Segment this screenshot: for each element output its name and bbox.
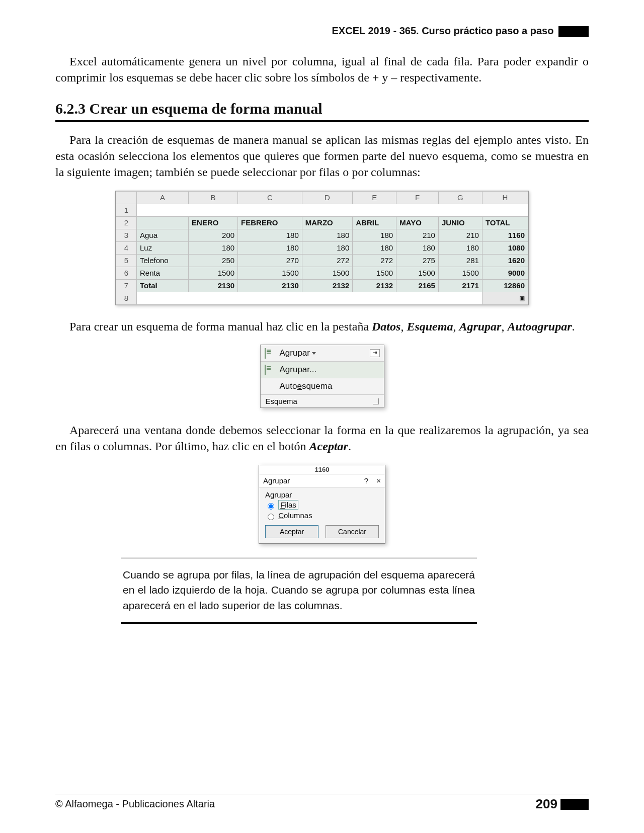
col-G: G (438, 191, 482, 204)
help-icon[interactable]: ? (364, 476, 368, 485)
section-rule (55, 120, 589, 122)
cell: 180 (353, 241, 396, 254)
cell-total: 9000 (482, 267, 528, 279)
menu-top-label: Agrupar (280, 348, 310, 358)
row-7: 7 (116, 279, 137, 292)
cell: 180 (396, 241, 439, 254)
cell: 1500 (396, 267, 439, 279)
cell: 2132 (302, 279, 353, 292)
intro-paragraph: Excel automáticamente genera un nivel po… (55, 53, 589, 86)
paragraph-3: Para crear un esquema de forma manual ha… (55, 318, 589, 335)
radio-filas-input[interactable] (268, 503, 274, 510)
page-footer: © Alfaomega - Publicaciones Altaria 209 (55, 794, 589, 812)
col-C: C (238, 191, 302, 204)
cell: 210 (396, 229, 439, 241)
excel-screenshot: A B C D E F G H 1 2 ENERO FEBRERO MARZO … (115, 191, 529, 305)
header-block (558, 26, 589, 37)
dialog-launcher-icon[interactable] (373, 398, 379, 404)
cell: 1500 (353, 267, 396, 279)
cell: 275 (396, 254, 439, 267)
cell-total-row: Total (137, 279, 189, 292)
kw-agrupar: Agrupar (459, 320, 501, 333)
dialog-peek-value: 1160 (259, 465, 385, 474)
menu-item-autoesquema[interactable]: Autoesquema (261, 378, 384, 395)
agrupar-menu: Agrupar ⇥ Agrupar... Autoesquema Esquema (260, 345, 384, 408)
cell: 281 (438, 254, 482, 267)
empty-row-1 (137, 204, 528, 216)
cancel-button[interactable]: Cancelar (326, 525, 379, 538)
menu-footer: Esquema (261, 395, 384, 407)
col-F: F (396, 191, 439, 204)
note-box: Cuando se agrupa por filas, la línea de … (121, 557, 477, 624)
row-8: 8 (116, 292, 137, 304)
cell: 1500 (238, 267, 302, 279)
hdr-total: TOTAL (482, 216, 528, 229)
section-heading: 6.2.3 Crear un esquema de forma manual (55, 100, 589, 117)
menu-footer-label: Esquema (266, 397, 297, 405)
footer-block (560, 799, 589, 810)
cell: 270 (238, 254, 302, 267)
hdr-marzo: MARZO (302, 216, 353, 229)
fill-handle-area: ▣ (482, 292, 528, 304)
hdr-febrero: FEBRERO (238, 216, 302, 229)
cell: 180 (302, 229, 353, 241)
menu-item1-rest: grupar... (285, 365, 316, 374)
close-icon[interactable]: × (376, 476, 381, 485)
cell-total: 1620 (482, 254, 528, 267)
ok-button[interactable]: Aceptar (265, 525, 318, 538)
cell-agua: Agua (137, 229, 189, 241)
empty-row-8 (137, 292, 482, 304)
kw-esquema: Esquema (407, 320, 453, 333)
cell-total: 1160 (482, 229, 528, 241)
cell: 2165 (396, 279, 439, 292)
page-number: 209 (536, 796, 557, 812)
kw-aceptar: Aceptar (309, 440, 348, 453)
group-icon (265, 349, 276, 358)
radio-columnas[interactable]: Columnas (265, 511, 379, 520)
paragraph-4: Aparecerá una ventana donde debemos sele… (55, 422, 589, 455)
footer-copyright: © Alfaomega - Publicaciones Altaria (55, 798, 215, 810)
cell: 2132 (353, 279, 396, 292)
menu-top-row[interactable]: Agrupar ⇥ (261, 345, 384, 362)
row-6: 6 (116, 267, 137, 279)
row-3: 3 (116, 229, 137, 241)
kw-datos: Datos (372, 320, 400, 333)
header-title: EXCEL 2019 - 365. Curso práctico paso a … (332, 25, 554, 36)
hdr-mayo: MAYO (396, 216, 439, 229)
cell: 2171 (438, 279, 482, 292)
hdr-junio: JUNIO (438, 216, 482, 229)
col-H: H (482, 191, 528, 204)
ungroup-icon[interactable]: ⇥ (370, 349, 380, 357)
radio-columnas-input[interactable] (268, 514, 274, 520)
cell-luz: Luz (137, 241, 189, 254)
cell-total: 1080 (482, 241, 528, 254)
cell: 180 (438, 241, 482, 254)
agrupar-dialog: 1160 Agrupar ? × Agrupar Filas Columnas (259, 465, 385, 544)
chevron-down-icon (312, 352, 316, 355)
cell-grand-total: 12860 (482, 279, 528, 292)
cell: 180 (238, 229, 302, 241)
cell-corner (116, 191, 137, 204)
hdr-blank (137, 216, 189, 229)
col-E: E (353, 191, 396, 204)
cell-renta: Renta (137, 267, 189, 279)
cell: 1500 (189, 267, 238, 279)
blank-icon (265, 382, 276, 391)
paragraph-2: Para la creación de esquemas de manera m… (55, 132, 589, 181)
cell: 180 (238, 241, 302, 254)
cell: 250 (189, 254, 238, 267)
kw-autoagrupar: Autoagrupar (507, 320, 572, 333)
cell: 2130 (238, 279, 302, 292)
menu-item-agrupar[interactable]: Agrupar... (261, 362, 384, 378)
row-1: 1 (116, 204, 137, 216)
para3-text: Para crear un esquema de forma manual ha… (69, 320, 372, 333)
cell: 180 (353, 229, 396, 241)
cell: 2130 (189, 279, 238, 292)
row-4: 4 (116, 241, 137, 254)
cell: 180 (189, 241, 238, 254)
radio-filas[interactable]: Filas (265, 501, 379, 510)
cell: 1500 (302, 267, 353, 279)
group-icon (265, 365, 276, 374)
page-header: EXCEL 2019 - 365. Curso práctico paso a … (55, 25, 589, 37)
hdr-abril: ABRIL (353, 216, 396, 229)
